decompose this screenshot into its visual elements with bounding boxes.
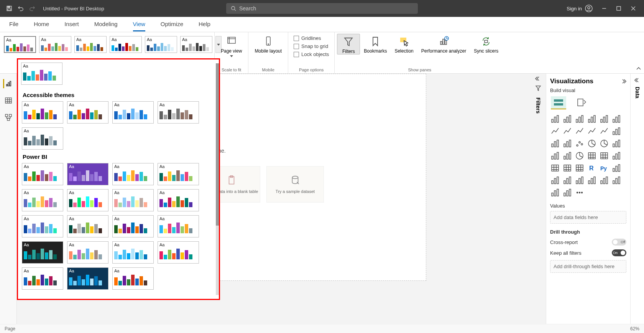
viz-kpi[interactable]: [611, 151, 621, 161]
viz-stacked-area[interactable]: [575, 126, 585, 136]
theme-thumb[interactable]: Aa: [22, 215, 63, 237]
search-box[interactable]: Search: [226, 3, 418, 14]
tab-help[interactable]: Help: [199, 18, 210, 31]
theme-thumb[interactable]: Aa: [158, 189, 199, 211]
viz-ribbon[interactable]: [611, 126, 621, 136]
theme-thumb[interactable]: Aa: [112, 163, 154, 185]
filters-pane-button[interactable]: Filters: [337, 34, 360, 54]
mobile-layout-button[interactable]: Mobile layout: [251, 34, 286, 54]
viz-map[interactable]: [550, 151, 560, 161]
viz-diamond2[interactable]: [562, 188, 572, 198]
close-icon[interactable]: [630, 5, 636, 12]
cross-report-toggle[interactable]: Off: [612, 239, 626, 246]
viz-scatter[interactable]: [575, 138, 585, 148]
viz-gauge[interactable]: [575, 151, 585, 161]
viz-diamond[interactable]: [550, 188, 560, 198]
theme-thumb[interactable]: Aa: [22, 163, 63, 185]
signin-button[interactable]: Sign in: [567, 5, 593, 12]
theme-thumb[interactable]: Aa: [67, 163, 108, 185]
viz-waterfall[interactable]: [550, 138, 560, 148]
theme-thumb[interactable]: Aa: [22, 127, 63, 150]
theme-thumb[interactable]: Aa: [67, 241, 108, 264]
minimize-icon[interactable]: [601, 5, 607, 12]
theme-thumb[interactable]: Aa: [112, 189, 154, 211]
theme-thumb[interactable]: Aa: [4, 36, 36, 53]
viz-stacked-column[interactable]: [575, 114, 585, 124]
viz-clustered-column-100[interactable]: [611, 114, 621, 124]
format-visual-mode[interactable]: [574, 96, 589, 109]
model-view-icon[interactable]: [4, 113, 13, 122]
report-view-icon[interactable]: [3, 79, 12, 88]
theme-thumb[interactable]: Aa: [158, 241, 199, 264]
tab-view[interactable]: View: [133, 18, 145, 31]
tab-home[interactable]: Home: [34, 18, 49, 31]
viz-py-visual[interactable]: Py: [599, 163, 609, 173]
theme-thumb[interactable]: Aa: [145, 36, 177, 53]
viz-key-influencers[interactable]: [611, 163, 621, 173]
tab-modeling[interactable]: Modeling: [94, 18, 118, 31]
tab-optimize[interactable]: Optimize: [161, 18, 183, 31]
viz-clustered-bar[interactable]: [562, 114, 572, 124]
theme-thumb[interactable]: Aa: [112, 267, 154, 290]
viz-goals[interactable]: [587, 175, 597, 185]
values-dropzone[interactable]: Add data fields here: [550, 211, 626, 224]
theme-thumb[interactable]: Aa: [112, 101, 154, 124]
filters-pane-collapsed[interactable]: Filters: [531, 76, 546, 114]
page-view-button[interactable]: Page view: [217, 34, 246, 57]
viz-power-automate[interactable]: [611, 175, 621, 185]
theme-thumb[interactable]: Aa: [180, 36, 212, 53]
viz-multi-card[interactable]: [599, 151, 609, 161]
viz-more[interactable]: [575, 188, 585, 198]
viz-line[interactable]: [550, 126, 560, 136]
lock-checkbox[interactable]: Lock objects: [294, 51, 329, 57]
viz-card[interactable]: [587, 151, 597, 161]
theme-thumb[interactable]: Aa: [21, 63, 62, 85]
theme-thumb[interactable]: Aa: [158, 215, 199, 237]
viz-line-clustered[interactable]: [587, 126, 597, 136]
viz-clustered-column[interactable]: [587, 114, 597, 124]
viz-r-visual[interactable]: R: [587, 163, 597, 173]
viz-slicer[interactable]: [550, 163, 560, 173]
theme-thumb[interactable]: Aa: [112, 241, 154, 264]
theme-panel-scrollbar[interactable]: [216, 63, 219, 295]
theme-thumb[interactable]: Aa: [67, 215, 108, 237]
viz-funnel[interactable]: [562, 138, 572, 148]
undo-icon[interactable]: [18, 5, 24, 12]
viz-pie[interactable]: [587, 138, 597, 148]
viz-matrix[interactable]: [575, 163, 585, 173]
theme-thumb[interactable]: Aa: [67, 101, 108, 124]
data-view-icon[interactable]: [4, 96, 13, 105]
data-pane-collapsed[interactable]: Data: [630, 74, 644, 324]
viz-qa[interactable]: [562, 175, 572, 185]
performance-analyzer-button[interactable]: Performance analyzer: [417, 34, 470, 54]
viz-area[interactable]: [562, 126, 572, 136]
keep-filters-toggle[interactable]: On: [612, 249, 626, 256]
expand-right-icon[interactable]: [620, 79, 626, 84]
theme-thumb[interactable]: Aa: [158, 163, 199, 185]
viz-filled-map[interactable]: [562, 151, 572, 161]
viz-stacked-bar-100[interactable]: [599, 114, 609, 124]
theme-thumb[interactable]: Aa: [67, 267, 108, 290]
collapse-ribbon-icon[interactable]: [636, 66, 642, 72]
theme-thumb[interactable]: Aa: [110, 36, 142, 53]
card-sample-dataset[interactable]: Try a sample dataset: [266, 166, 324, 203]
save-icon[interactable]: [6, 5, 12, 12]
theme-thumb[interactable]: Aa: [158, 101, 199, 124]
tab-insert[interactable]: Insert: [64, 18, 79, 31]
selection-button[interactable]: Selection: [391, 34, 417, 54]
theme-thumb[interactable]: Aa: [67, 189, 108, 211]
theme-thumb[interactable]: Aa: [112, 215, 154, 237]
snap-checkbox[interactable]: Snap to grid: [294, 43, 329, 49]
tab-file[interactable]: File: [9, 18, 18, 31]
viz-decomposition[interactable]: [550, 175, 560, 185]
theme-thumb[interactable]: Aa: [22, 189, 63, 211]
maximize-icon[interactable]: [616, 5, 622, 12]
theme-thumb[interactable]: Aa: [22, 267, 63, 290]
viz-line-stacked[interactable]: [599, 126, 609, 136]
theme-thumb[interactable]: Aa: [22, 101, 63, 124]
bookmarks-button[interactable]: Bookmarks: [360, 34, 391, 54]
sync-slicers-button[interactable]: Sync slicers: [470, 34, 502, 54]
viz-donut[interactable]: [599, 138, 609, 148]
theme-thumb[interactable]: Aa: [22, 241, 63, 264]
viz-stacked-bar[interactable]: [550, 114, 560, 124]
